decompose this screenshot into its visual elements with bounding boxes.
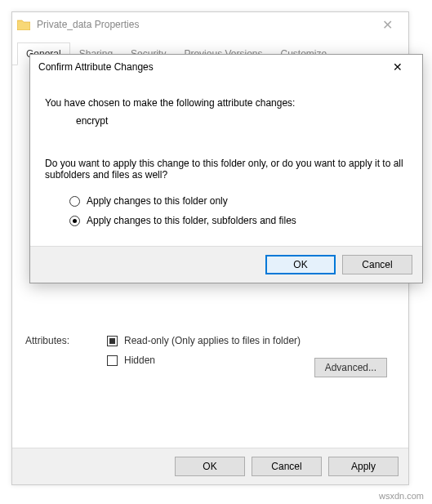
radio-recursive-label: Apply changes to this folder, subfolders… [87, 215, 296, 226]
attributes-label: Attributes: [25, 335, 107, 374]
confirm-dialog: Confirm Attribute Changes ✕ You have cho… [29, 54, 423, 283]
properties-footer: OK Cancel Apply [12, 448, 408, 484]
confirm-footer: OK Cancel [30, 246, 422, 283]
folder-icon [17, 19, 30, 30]
radio-folder-only[interactable] [69, 196, 80, 207]
confirm-titlebar: Confirm Attribute Changes ✕ [30, 55, 422, 79]
properties-apply-button[interactable]: Apply [328, 457, 399, 476]
confirm-change-item: encrypt [45, 115, 408, 127]
properties-close-button[interactable]: ✕ [371, 17, 403, 33]
confirm-question: Do you want to apply this change to this… [45, 158, 408, 181]
properties-ok-button[interactable]: OK [175, 457, 245, 476]
confirm-close-button[interactable]: ✕ [381, 60, 414, 74]
confirm-radio-group: Apply changes to this folder only Apply … [45, 187, 408, 239]
radio-folder-only-label: Apply changes to this folder only [87, 195, 228, 207]
confirm-intro: You have chosen to make the following at… [45, 97, 408, 109]
watermark: wsxdn.com [379, 491, 424, 501]
hidden-label: Hidden [124, 355, 155, 366]
radio-recursive[interactable] [69, 216, 80, 226]
hidden-checkbox[interactable] [107, 355, 118, 366]
properties-title: Private_data Properties [37, 19, 371, 30]
readonly-checkbox[interactable] [107, 336, 118, 346]
confirm-cancel-button[interactable]: Cancel [342, 255, 412, 274]
properties-titlebar: Private_data Properties ✕ [12, 12, 408, 37]
advanced-button[interactable]: Advanced... [314, 358, 387, 377]
properties-cancel-button[interactable]: Cancel [252, 457, 322, 476]
readonly-label: Read-only (Only applies to files in fold… [124, 335, 301, 346]
confirm-title: Confirm Attribute Changes [38, 61, 381, 73]
confirm-body: You have chosen to make the following at… [30, 79, 422, 246]
confirm-ok-button[interactable]: OK [265, 255, 336, 274]
